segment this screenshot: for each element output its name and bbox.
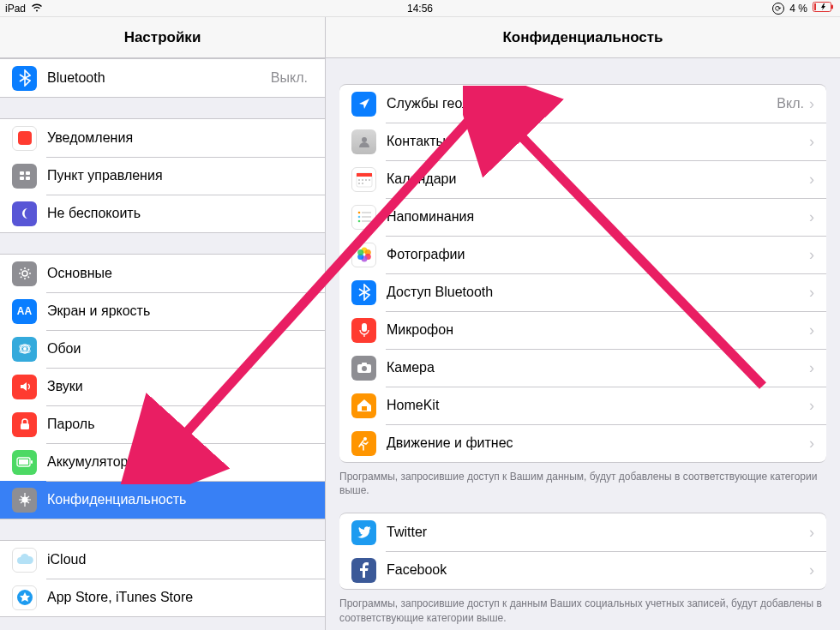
svg-rect-12 xyxy=(21,423,29,429)
passcode-icon xyxy=(12,412,37,437)
row-label: Не беспокоить xyxy=(47,206,313,221)
svg-point-44 xyxy=(363,437,367,441)
row-label: Звуки xyxy=(47,379,313,394)
detail-group-footer: Программы, запросившие доступ к Вашим да… xyxy=(326,463,840,502)
svg-rect-41 xyxy=(362,363,367,365)
svg-rect-20 xyxy=(357,173,372,177)
svg-rect-23 xyxy=(365,179,367,181)
photos-icon xyxy=(351,243,376,267)
motion-icon xyxy=(351,431,376,456)
svg-rect-25 xyxy=(358,183,360,184)
detail-item-reminders[interactable]: Напоминания › xyxy=(339,198,826,236)
svg-rect-30 xyxy=(362,216,371,218)
row-label: Экран и яркость xyxy=(47,303,313,319)
svg-rect-2 xyxy=(831,5,833,9)
detail-item-bluetooth-access[interactable]: Доступ Bluetooth › xyxy=(339,273,826,311)
status-time: 14:56 xyxy=(331,3,509,15)
sidebar-title: Настройки xyxy=(0,17,325,58)
sidebar-group: Bluetooth Выкл. xyxy=(0,58,325,98)
sidebar-item-wallpaper[interactable]: Обои xyxy=(0,330,325,368)
sidebar-item-dnd[interactable]: Не беспокоить xyxy=(0,195,325,232)
svg-point-27 xyxy=(357,212,360,214)
control-center-icon xyxy=(12,164,37,189)
sidebar-item-battery[interactable]: Аккумулятор xyxy=(0,443,325,481)
row-label: Основные xyxy=(47,266,313,281)
status-bar: iPad 14:56 ⟳ 4 % xyxy=(0,0,840,17)
row-label: Facebook xyxy=(387,562,809,578)
facebook-icon xyxy=(351,558,376,583)
sidebar-item-bluetooth[interactable]: Bluetooth Выкл. xyxy=(0,59,325,97)
wallpaper-icon xyxy=(12,337,37,362)
detail-title: Конфиденциальность xyxy=(326,17,840,58)
detail-item-contacts[interactable]: Контакты › xyxy=(339,123,826,160)
calendar-icon xyxy=(351,167,376,192)
svg-rect-5 xyxy=(20,177,24,180)
detail-item-motion[interactable]: Движение и фитнес › xyxy=(339,424,826,462)
chevron-right-icon: › xyxy=(809,171,814,187)
row-value: Выкл. xyxy=(271,70,308,86)
detail-item-calendar[interactable]: Календари › xyxy=(339,160,826,198)
sidebar-item-notifications[interactable]: Уведомления xyxy=(0,119,325,157)
sidebar-item-privacy[interactable]: Конфиденциальность xyxy=(0,481,325,519)
sidebar-item-control-center[interactable]: Пункт управления xyxy=(0,157,325,195)
row-label: Микрофон xyxy=(387,322,809,338)
notifications-icon xyxy=(12,126,37,151)
sidebar-item-passcode[interactable]: Пароль xyxy=(0,405,325,443)
detail-item-facebook[interactable]: Facebook › xyxy=(339,551,826,589)
location-icon xyxy=(351,92,376,117)
row-label: Обои xyxy=(47,341,313,357)
settings-sidebar: Настройки Bluetooth Выкл. Уведомления xyxy=(0,17,326,630)
row-label: Bluetooth xyxy=(47,70,271,86)
detail-item-twitter[interactable]: Twitter › xyxy=(339,513,826,551)
detail-item-homekit[interactable]: HomeKit › xyxy=(339,387,826,424)
svg-point-18 xyxy=(362,137,367,142)
sidebar-item-icloud[interactable]: iCloud xyxy=(0,541,325,579)
detail-item-camera[interactable]: Камера › xyxy=(339,349,826,387)
svg-rect-6 xyxy=(26,177,30,180)
detail-group: Службы геолокации Вкл. › Контакты › Кале… xyxy=(339,84,826,463)
row-label: Камера xyxy=(387,360,809,375)
detail-group-footer: Программы, запросившие доступ к данным В… xyxy=(326,590,840,629)
chevron-right-icon: › xyxy=(809,209,814,225)
chevron-right-icon: › xyxy=(809,562,814,578)
svg-point-7 xyxy=(22,271,27,276)
chevron-right-icon: › xyxy=(809,96,814,111)
sidebar-item-display[interactable]: AA Экран и яркость xyxy=(0,292,325,330)
svg-rect-26 xyxy=(362,183,363,184)
detail-item-location[interactable]: Службы геолокации Вкл. › xyxy=(339,85,826,123)
orientation-lock-icon: ⟳ xyxy=(772,3,784,15)
chevron-right-icon: › xyxy=(809,285,814,300)
svg-point-31 xyxy=(357,220,360,223)
microphone-icon xyxy=(351,318,376,343)
svg-rect-32 xyxy=(362,220,371,222)
chevron-right-icon: › xyxy=(809,322,814,338)
row-label: Конфиденциальность xyxy=(47,492,313,507)
display-icon: AA xyxy=(12,299,37,324)
gear-icon xyxy=(12,261,37,286)
svg-point-9 xyxy=(23,347,27,351)
row-label: Напоминания xyxy=(387,209,809,225)
twitter-icon xyxy=(351,520,376,545)
svg-rect-43 xyxy=(362,406,367,411)
sidebar-item-general[interactable]: Основные xyxy=(0,255,325,292)
row-label: HomeKit xyxy=(387,398,809,413)
chevron-right-icon: › xyxy=(809,134,814,149)
detail-item-photos[interactable]: Фотографии › xyxy=(339,236,826,273)
reminders-icon xyxy=(351,205,376,230)
detail-item-microphone[interactable]: Микрофон › xyxy=(339,311,826,349)
sidebar-group: iCloud App Store, iTunes Store xyxy=(0,540,325,617)
privacy-icon xyxy=(12,488,37,513)
row-label: Календари xyxy=(387,171,809,187)
row-label: Службы геолокации xyxy=(387,96,777,111)
battery-pct: 4 % xyxy=(789,3,807,15)
battery-icon xyxy=(813,2,835,15)
svg-rect-24 xyxy=(369,179,370,181)
svg-rect-14 xyxy=(31,460,33,464)
row-label: Доступ Bluetooth xyxy=(387,285,809,300)
detail-group: Twitter › Facebook › xyxy=(339,513,826,590)
sidebar-item-sounds[interactable]: Звуки xyxy=(0,368,325,405)
svg-rect-1 xyxy=(814,3,816,10)
dnd-icon xyxy=(12,201,37,226)
battery-settings-icon xyxy=(12,450,37,475)
sidebar-item-appstore[interactable]: App Store, iTunes Store xyxy=(0,579,325,616)
